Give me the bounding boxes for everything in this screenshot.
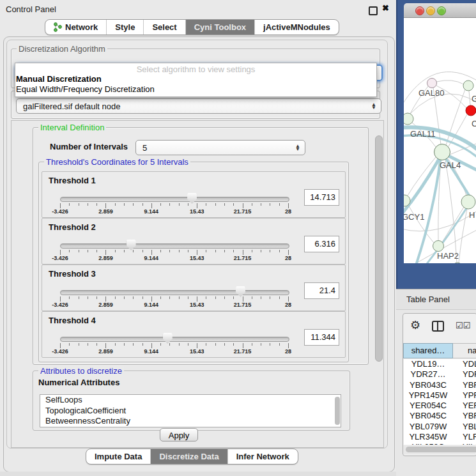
tab-impute-data[interactable]: Impute Data xyxy=(86,449,151,464)
checkbox-icons[interactable]: ☑☑ xyxy=(456,321,470,330)
tab-network[interactable]: Network xyxy=(45,20,107,35)
table-cell[interactable]: YDL19… xyxy=(404,359,452,369)
minimize-traffic-icon[interactable] xyxy=(426,6,435,15)
network-node[interactable] xyxy=(463,81,473,91)
algorithm-option[interactable]: Manual Discretization xyxy=(15,74,376,84)
threshold-value-field[interactable]: 11.344 xyxy=(304,329,339,346)
table-row[interactable]: YLR345WYLR3 xyxy=(404,432,476,442)
threshold-slider-thumb[interactable] xyxy=(127,240,136,250)
network-node-label: GCY1 xyxy=(404,212,424,222)
table-cell[interactable]: YPR1 xyxy=(452,390,476,401)
threshold-value-field[interactable]: 14.713 xyxy=(304,189,339,206)
zoom-traffic-icon[interactable] xyxy=(437,6,446,15)
network-node-label: GAL xyxy=(472,94,476,104)
intervals-count-label: Number of Intervals xyxy=(50,142,128,151)
table-row[interactable]: YBR045CYBR0 xyxy=(404,411,476,421)
tab-jactivemnodules[interactable]: jActiveMNodules xyxy=(255,20,339,35)
network-canvas[interactable]: GAL80GALCGAL11GAL4GCY1HHAP2 xyxy=(404,18,476,263)
network-node[interactable] xyxy=(433,241,444,252)
table-cell[interactable]: YIL052C xyxy=(404,442,452,445)
apply-button[interactable]: Apply xyxy=(160,428,198,441)
network-node[interactable] xyxy=(434,144,450,160)
table-row[interactable]: YIL052CYIL0 xyxy=(404,442,476,445)
settings-vertical-scrollbar[interactable] xyxy=(374,121,383,445)
threshold-value-field[interactable]: 21.4 xyxy=(304,282,339,299)
table-panel-header: Table Panel xyxy=(396,289,476,310)
spinner-icon: ▲▼ xyxy=(371,103,376,109)
tab-content-panel: Discretization Algorithm ▲▼ Select algor… xyxy=(3,36,395,472)
close-traffic-icon[interactable] xyxy=(415,6,424,15)
network-node[interactable] xyxy=(461,195,475,209)
table-cell[interactable]: YER0 xyxy=(452,401,476,411)
algorithm-option[interactable]: Equal Width/Frequency Discretization xyxy=(15,84,376,95)
table-cell[interactable]: YIL0 xyxy=(452,442,476,445)
table-horizontal-scrollbar[interactable] xyxy=(403,445,475,454)
tab-infer-network[interactable]: Infer Network xyxy=(228,449,298,464)
table-header-cell[interactable]: na xyxy=(453,343,476,358)
table-cell[interactable]: YBR043C xyxy=(404,380,452,390)
attribute-list-item[interactable]: TopologicalCoefficient xyxy=(40,406,341,417)
tab-select[interactable]: Select xyxy=(144,20,185,35)
network-node[interactable] xyxy=(427,79,437,88)
threshold-panel: Threshold 1 -3.4262.8599.14415.4321.7152… xyxy=(42,171,346,218)
table-row[interactable]: YER054CYER0 xyxy=(404,401,476,411)
attributes-list[interactable]: SelfLoopsTopologicalCoefficientBetweenne… xyxy=(40,394,341,427)
algorithm-dropdown: Select algorithm to view settings Manual… xyxy=(15,63,377,97)
intervals-count-combo[interactable]: 5 ▲▼ xyxy=(135,140,305,155)
table-cell[interactable]: YBR0 xyxy=(452,411,476,421)
table-cell[interactable]: YDL1 xyxy=(452,359,476,369)
column-view-icon[interactable] xyxy=(432,321,444,332)
table-cell[interactable]: YDR27… xyxy=(404,369,452,380)
network-node[interactable] xyxy=(452,263,463,263)
table-header-cell[interactable]: shared… xyxy=(403,343,453,358)
table-cell[interactable]: YER054C xyxy=(404,401,452,411)
table-row[interactable]: YPR145WYPR1 xyxy=(404,390,476,401)
table-cell[interactable]: YBL0 xyxy=(452,422,476,432)
table-panel-title: Table Panel xyxy=(406,295,450,304)
top-tab-bar: NetworkStyleSelectCyni ToolboxjActiveMNo… xyxy=(45,19,339,35)
tab-cyni-toolbox[interactable]: Cyni Toolbox xyxy=(186,20,255,35)
network-window-titlebar[interactable] xyxy=(404,3,476,18)
threshold-slider-thumb[interactable] xyxy=(163,333,173,344)
table-row[interactable]: YDR27…YDR2 xyxy=(404,369,476,380)
table-cell[interactable]: YLR345W xyxy=(404,432,452,442)
attributes-group-title: Attributes to discretize xyxy=(38,366,124,376)
table-row[interactable]: YBL079WYBL0 xyxy=(404,422,476,432)
tab-label: Discretize Data xyxy=(159,452,219,461)
gear-icon[interactable]: ⚙ xyxy=(410,318,420,332)
table-cell[interactable]: YBR045C xyxy=(404,411,452,421)
table-data-combo[interactable]: galFiltered.sif default node ▲▼ xyxy=(16,98,381,114)
threshold-label: Threshold 3 xyxy=(49,269,96,279)
network-node[interactable] xyxy=(466,105,476,116)
panel-title: Control Panel xyxy=(6,4,56,14)
scrollbar-thumb[interactable] xyxy=(406,447,476,452)
threshold-slider-track[interactable] xyxy=(60,337,289,342)
table-cell[interactable]: YBL079W xyxy=(404,422,452,432)
network-node[interactable] xyxy=(404,113,413,125)
threshold-slider-thumb[interactable] xyxy=(236,286,245,297)
threshold-slider-thumb[interactable] xyxy=(187,193,197,204)
table-cell[interactable]: YBR0 xyxy=(452,380,476,390)
table-cell[interactable]: YPR145W xyxy=(404,390,452,401)
threshold-panel: Threshold 3 -3.4262.8599.14415.4321.7152… xyxy=(42,265,346,311)
table-cell[interactable]: YDR2 xyxy=(452,369,476,380)
algorithm-group-title: Discretization Algorithm xyxy=(17,44,107,54)
scrollbar-thumb[interactable] xyxy=(375,135,383,362)
attribute-list-item[interactable]: BetweennessCentrality xyxy=(40,416,341,427)
threshold-slider-track[interactable] xyxy=(60,290,289,295)
close-icon[interactable]: ✖ xyxy=(382,3,389,13)
attribute-list-item[interactable]: SelfLoops xyxy=(40,395,341,406)
table-row[interactable]: YDL19…YDL1 xyxy=(404,359,476,369)
threshold-slider-track[interactable] xyxy=(60,243,289,249)
attributes-scrollbar[interactable] xyxy=(335,397,340,425)
tab-discretize-data[interactable]: Discretize Data xyxy=(151,449,227,464)
tab-style[interactable]: Style xyxy=(107,20,144,35)
spinner-icon: ▲▼ xyxy=(295,144,300,151)
table-row[interactable]: YBR043CYBR0 xyxy=(404,380,476,390)
network-node-label: HAP2 xyxy=(437,251,459,261)
float-window-icon[interactable] xyxy=(369,6,378,15)
table-cell[interactable]: YLR3 xyxy=(452,432,476,442)
threshold-value-field[interactable]: 6.316 xyxy=(304,236,339,252)
threshold-slider-track[interactable] xyxy=(60,197,289,202)
table-header-row: shared… na xyxy=(403,343,476,358)
